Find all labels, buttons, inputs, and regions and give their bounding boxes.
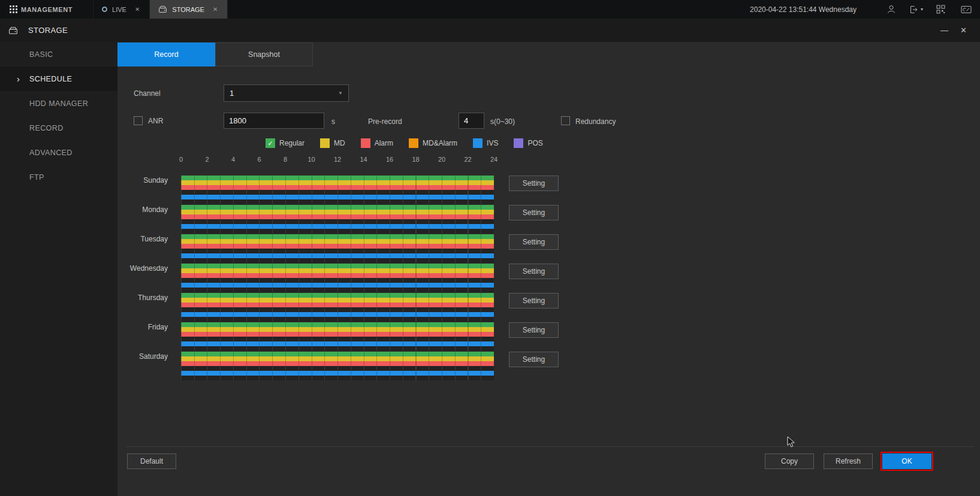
day-bars-tuesday[interactable] bbox=[181, 234, 494, 263]
window-title-bar: STORAGE — ✕ bbox=[0, 19, 980, 42]
minimize-icon[interactable]: — bbox=[940, 26, 948, 34]
schedule-bar-pos[interactable] bbox=[181, 317, 494, 322]
schedule-bar-alarm[interactable] bbox=[181, 244, 494, 249]
schedule-bar-md[interactable] bbox=[181, 239, 494, 244]
anr-input[interactable] bbox=[224, 113, 324, 129]
schedule-bar-pos[interactable] bbox=[181, 288, 494, 292]
schedule-bar-ivs[interactable] bbox=[181, 312, 494, 317]
setting-button-tuesday[interactable]: Setting bbox=[509, 234, 559, 250]
setting-button-friday[interactable]: Setting bbox=[509, 322, 559, 338]
schedule-bar-pos[interactable] bbox=[181, 346, 494, 351]
schedule-bar-alarm[interactable] bbox=[181, 273, 494, 278]
sidebar-item-advanced[interactable]: ADVANCED bbox=[0, 140, 117, 165]
channel-select[interactable]: 1 ▼ bbox=[224, 84, 349, 102]
setting-button-saturday[interactable]: Setting bbox=[509, 352, 559, 367]
schedule-bar-md-alarm[interactable] bbox=[181, 366, 494, 371]
schedule-bar-md-alarm[interactable] bbox=[181, 278, 494, 283]
sidebar-item-record[interactable]: RECORD bbox=[0, 116, 117, 140]
legend-item-alarm[interactable]: Alarm bbox=[361, 138, 393, 148]
schedule-bar-ivs[interactable] bbox=[181, 371, 494, 376]
close-icon[interactable]: ✕ bbox=[212, 5, 219, 14]
schedule-bar-md-alarm[interactable] bbox=[181, 249, 494, 253]
tab-record[interactable]: Record bbox=[117, 43, 215, 66]
close-icon[interactable]: ✕ bbox=[134, 5, 141, 14]
day-bars-wednesday[interactable] bbox=[181, 264, 494, 292]
display-icon[interactable] bbox=[961, 5, 972, 14]
schedule-bar-regular[interactable] bbox=[181, 322, 494, 327]
close-icon[interactable]: ✕ bbox=[960, 26, 967, 34]
schedule-bar-md[interactable] bbox=[181, 180, 494, 185]
schedule-bar-regular[interactable] bbox=[181, 264, 494, 268]
redundancy-checkbox[interactable] bbox=[561, 116, 570, 125]
schedule-bar-pos[interactable] bbox=[181, 199, 494, 204]
tab-live-label: LIVE bbox=[112, 6, 126, 13]
schedule-bar-pos[interactable] bbox=[181, 258, 494, 263]
hour-label: 18 bbox=[412, 156, 419, 163]
schedule-bar-md-alarm[interactable] bbox=[181, 337, 494, 341]
tab-live[interactable]: LIVE ✕ bbox=[94, 0, 150, 19]
schedule-bar-md-alarm[interactable] bbox=[181, 190, 494, 195]
legend-item-md-alarm[interactable]: MD&Alarm bbox=[409, 138, 457, 148]
legend-item-md[interactable]: MD bbox=[320, 138, 345, 148]
copy-button[interactable]: Copy bbox=[765, 453, 814, 469]
schedule-bar-regular[interactable] bbox=[181, 352, 494, 356]
legend-item-ivs[interactable]: IVS bbox=[473, 138, 498, 148]
schedule-bar-regular[interactable] bbox=[181, 176, 494, 180]
schedule-bar-regular[interactable] bbox=[181, 234, 494, 239]
schedule-bar-ivs[interactable] bbox=[181, 253, 494, 258]
schedule-bar-pos[interactable] bbox=[181, 229, 494, 234]
pre-record-input[interactable] bbox=[459, 113, 484, 129]
schedule-bar-md[interactable] bbox=[181, 268, 494, 273]
sidebar-item-hdd-manager[interactable]: HDD MANAGER bbox=[0, 91, 117, 116]
default-button[interactable]: Default bbox=[127, 453, 176, 469]
qr-code-icon[interactable] bbox=[936, 5, 945, 14]
user-icon[interactable] bbox=[886, 5, 896, 14]
hour-label: 24 bbox=[490, 156, 497, 163]
legend-item-pos[interactable]: POS bbox=[514, 138, 542, 148]
ok-button[interactable]: OK bbox=[882, 453, 931, 469]
schedule-bar-ivs[interactable] bbox=[181, 195, 494, 199]
refresh-button[interactable]: Refresh bbox=[824, 453, 873, 469]
sidebar-item-ftp[interactable]: FTP bbox=[0, 165, 117, 189]
schedule-bar-ivs[interactable] bbox=[181, 283, 494, 288]
channel-label: Channel bbox=[134, 89, 161, 98]
sidebar-item-schedule[interactable]: ›SCHEDULE bbox=[0, 66, 117, 91]
setting-button-thursday[interactable]: Setting bbox=[509, 293, 559, 309]
day-bars-monday[interactable] bbox=[181, 205, 494, 234]
top-bar: MANAGEMENT LIVE ✕ STORAGE ✕ 2020-04-22 1… bbox=[0, 0, 980, 19]
tab-snapshot[interactable]: Snapshot bbox=[215, 43, 313, 66]
setting-button-wednesday[interactable]: Setting bbox=[509, 264, 559, 279]
setting-button-monday[interactable]: Setting bbox=[509, 205, 559, 220]
day-bars-thursday[interactable] bbox=[181, 293, 494, 322]
day-bars-saturday[interactable] bbox=[181, 352, 494, 380]
schedule-bar-pos[interactable] bbox=[181, 376, 494, 380]
day-bars-friday[interactable] bbox=[181, 322, 494, 351]
day-bars-sunday[interactable] bbox=[181, 176, 494, 204]
day-label: Friday bbox=[117, 322, 181, 351]
tab-storage[interactable]: STORAGE ✕ bbox=[150, 0, 228, 19]
schedule-bar-md[interactable] bbox=[181, 356, 494, 361]
schedule-bar-alarm[interactable] bbox=[181, 185, 494, 190]
schedule-bar-md-alarm[interactable] bbox=[181, 307, 494, 312]
legend-swatch-md-alarm bbox=[409, 138, 418, 148]
schedule-bar-ivs[interactable] bbox=[181, 341, 494, 346]
schedule-bar-alarm[interactable] bbox=[181, 303, 494, 307]
schedule-bar-md[interactable] bbox=[181, 210, 494, 214]
schedule-bar-md[interactable] bbox=[181, 298, 494, 303]
legend-item-regular[interactable]: ✓Regular bbox=[266, 138, 304, 148]
schedule-bar-ivs[interactable] bbox=[181, 224, 494, 229]
topbar-right: 2020-04-22 13:51:44 Wednesday ▾ bbox=[750, 0, 980, 19]
logout-icon[interactable]: ▾ bbox=[909, 5, 923, 14]
schedule-bar-md-alarm[interactable] bbox=[181, 219, 494, 224]
tab-management[interactable]: MANAGEMENT bbox=[0, 0, 94, 19]
anr-checkbox[interactable] bbox=[134, 116, 143, 125]
schedule-bar-regular[interactable] bbox=[181, 205, 494, 210]
schedule-bar-md[interactable] bbox=[181, 327, 494, 332]
schedule-bar-alarm[interactable] bbox=[181, 214, 494, 219]
schedule-bar-alarm[interactable] bbox=[181, 361, 494, 366]
schedule-bar-alarm[interactable] bbox=[181, 332, 494, 337]
setting-button-sunday[interactable]: Setting bbox=[509, 176, 559, 191]
sidebar-item-basic[interactable]: BASIC bbox=[0, 42, 117, 66]
hour-label: 12 bbox=[334, 156, 341, 163]
schedule-bar-regular[interactable] bbox=[181, 293, 494, 298]
